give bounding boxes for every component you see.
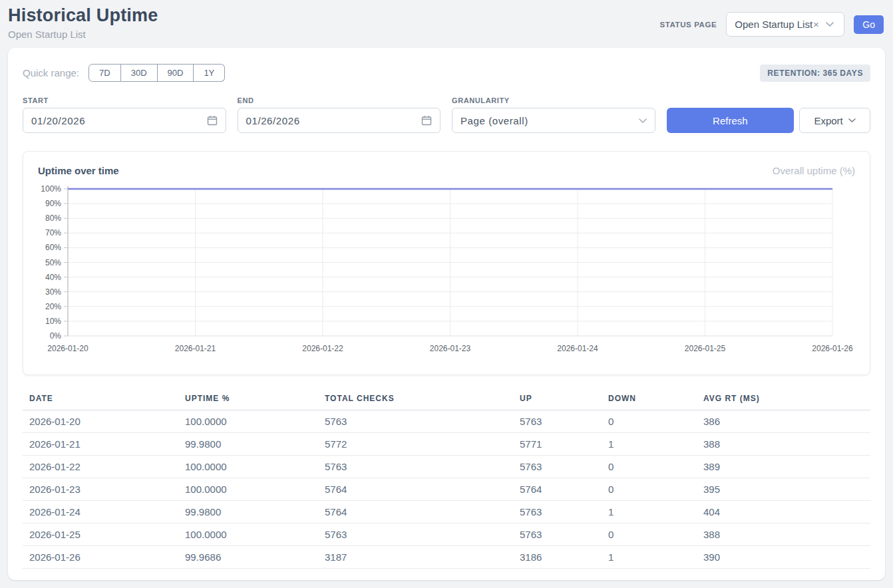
table-cell: 5763 bbox=[520, 523, 608, 546]
calendar-icon[interactable] bbox=[207, 115, 218, 126]
quick-range-1y-button[interactable]: 1Y bbox=[194, 64, 225, 82]
table-cell: 1 bbox=[608, 546, 703, 569]
calendar-icon[interactable] bbox=[421, 115, 432, 126]
filter-fields-row: START 01/20/2026 END 01/26/2026 GRANULAR… bbox=[23, 96, 870, 133]
table-cell: 395 bbox=[703, 478, 870, 501]
status-page-selected-value: Open Startup List bbox=[735, 19, 812, 30]
quick-range-30d-button[interactable]: 30D bbox=[121, 64, 158, 82]
svg-text:2026-01-26: 2026-01-26 bbox=[812, 344, 853, 353]
uptime-table-body: 2026-01-20100.00005763576303862026-01-21… bbox=[23, 410, 870, 569]
start-date-input[interactable]: 01/20/2026 bbox=[23, 108, 226, 133]
table-cell: 388 bbox=[703, 523, 870, 546]
table-cell: 2026-01-22 bbox=[23, 456, 185, 478]
table-cell: 0 bbox=[608, 523, 703, 546]
page-title: Historical Uptime bbox=[8, 5, 158, 26]
uptime-table-head-row: DATEUPTIME %TOTAL CHECKSUPDOWNAVG RT (MS… bbox=[23, 391, 870, 410]
granularity-selected-value: Page (overall) bbox=[460, 115, 528, 126]
table-cell: 100.0000 bbox=[185, 456, 325, 478]
svg-text:90%: 90% bbox=[45, 199, 61, 208]
retention-badge: RETENTION: 365 DAYS bbox=[760, 65, 870, 82]
end-date-field: END 01/26/2026 bbox=[238, 96, 441, 133]
svg-text:2026-01-20: 2026-01-20 bbox=[47, 344, 89, 353]
table-cell: 5771 bbox=[520, 433, 608, 456]
table-cell: 389 bbox=[703, 456, 870, 478]
start-date-field: START 01/20/2026 bbox=[23, 96, 226, 133]
page-header: Historical Uptime Open Startup List STAT… bbox=[0, 0, 893, 48]
svg-text:2026-01-21: 2026-01-21 bbox=[175, 344, 216, 353]
table-cell: 5763 bbox=[325, 523, 520, 546]
column-header: AVG RT (MS) bbox=[703, 391, 870, 410]
table-row: 2026-01-2199.9800577257711388 bbox=[23, 433, 870, 456]
table-cell: 99.9800 bbox=[185, 501, 325, 523]
table-cell: 99.9800 bbox=[185, 433, 325, 456]
main-panel: Quick range: 7D30D90D1Y RETENTION: 365 D… bbox=[8, 48, 885, 580]
granularity-select[interactable]: Page (overall) bbox=[452, 108, 655, 133]
table-cell: 100.0000 bbox=[185, 523, 325, 546]
table-row: 2026-01-23100.0000576457640395 bbox=[23, 478, 870, 501]
export-button-label: Export bbox=[814, 115, 842, 126]
clear-icon[interactable]: × bbox=[813, 19, 819, 30]
table-cell: 5763 bbox=[520, 456, 608, 478]
table-cell: 5763 bbox=[325, 456, 520, 478]
svg-text:100%: 100% bbox=[41, 184, 61, 194]
granularity-label: GRANULARITY bbox=[452, 96, 655, 104]
table-cell: 2026-01-23 bbox=[23, 478, 185, 501]
uptime-line-chart: 0%10%20%30%40%50%60%70%80%90%100%2026-01… bbox=[38, 183, 855, 357]
chart-header: Uptime over time Overall uptime (%) bbox=[38, 165, 855, 176]
table-cell: 390 bbox=[703, 546, 870, 569]
svg-text:0%: 0% bbox=[50, 331, 62, 341]
table-row: 2026-01-2499.9800576457631404 bbox=[23, 501, 870, 523]
column-header: DATE bbox=[23, 391, 185, 410]
table-cell: 0 bbox=[608, 456, 703, 478]
quick-range-label: Quick range: bbox=[23, 67, 79, 78]
quick-range-7d-button[interactable]: 7D bbox=[89, 64, 121, 82]
end-date-input[interactable]: 01/26/2026 bbox=[238, 108, 441, 133]
refresh-button[interactable]: Refresh bbox=[667, 108, 795, 133]
page-heading: Historical Uptime Open Startup List bbox=[8, 5, 158, 40]
chart-title: Uptime over time bbox=[38, 165, 119, 176]
svg-text:2026-01-24: 2026-01-24 bbox=[557, 344, 598, 353]
table-cell: 2026-01-21 bbox=[23, 433, 185, 456]
table-cell: 5772 bbox=[325, 433, 520, 456]
svg-text:2026-01-23: 2026-01-23 bbox=[430, 344, 471, 353]
export-button[interactable]: Export bbox=[799, 108, 870, 133]
table-cell: 404 bbox=[703, 501, 870, 523]
status-page-controls: STATUS PAGE Open Startup List × Go bbox=[659, 12, 884, 37]
end-date-value: 01/26/2026 bbox=[246, 115, 300, 126]
table-row: 2026-01-20100.0000576357630386 bbox=[23, 410, 870, 433]
chevron-down-icon bbox=[826, 22, 834, 27]
status-page-label: STATUS PAGE bbox=[659, 21, 717, 29]
table-cell: 1 bbox=[608, 433, 703, 456]
table-cell: 2026-01-26 bbox=[23, 546, 185, 569]
table-cell: 3187 bbox=[325, 546, 520, 569]
table-cell: 5764 bbox=[325, 501, 520, 523]
status-page-select[interactable]: Open Startup List × bbox=[726, 12, 844, 37]
chevron-down-icon bbox=[639, 118, 647, 123]
table-cell: 5763 bbox=[520, 501, 608, 523]
column-header: TOTAL CHECKS bbox=[325, 391, 520, 410]
svg-text:70%: 70% bbox=[45, 228, 61, 237]
svg-text:2026-01-22: 2026-01-22 bbox=[302, 344, 343, 353]
quick-range-90d-button[interactable]: 90D bbox=[158, 64, 194, 82]
start-date-label: START bbox=[23, 96, 226, 104]
end-date-label: END bbox=[238, 96, 441, 104]
table-cell: 1 bbox=[608, 501, 703, 523]
svg-text:30%: 30% bbox=[45, 287, 61, 297]
quick-range-row: Quick range: 7D30D90D1Y RETENTION: 365 D… bbox=[23, 64, 870, 82]
column-header: DOWN bbox=[608, 391, 703, 410]
svg-text:20%: 20% bbox=[45, 302, 61, 311]
table-row: 2026-01-2699.9686318731861390 bbox=[23, 546, 870, 569]
table-row: 2026-01-25100.0000576357630388 bbox=[23, 523, 870, 546]
uptime-table: DATEUPTIME %TOTAL CHECKSUPDOWNAVG RT (MS… bbox=[23, 391, 870, 569]
table-cell: 2026-01-24 bbox=[23, 501, 185, 523]
table-cell: 0 bbox=[608, 410, 703, 433]
table-cell: 2026-01-25 bbox=[23, 523, 185, 546]
quick-range-group: 7D30D90D1Y bbox=[89, 64, 225, 82]
table-cell: 388 bbox=[703, 433, 870, 456]
chart-legend: Overall uptime (%) bbox=[773, 165, 855, 176]
svg-text:50%: 50% bbox=[45, 258, 61, 267]
go-button[interactable]: Go bbox=[854, 15, 884, 34]
table-cell: 386 bbox=[703, 410, 870, 433]
column-header: UPTIME % bbox=[185, 391, 325, 410]
page-subtitle: Open Startup List bbox=[8, 29, 158, 40]
